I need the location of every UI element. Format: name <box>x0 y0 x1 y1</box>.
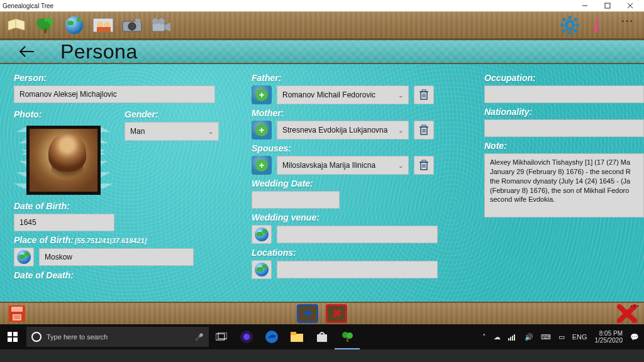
svg-point-15 <box>128 23 136 30</box>
add-record-button[interactable]: ✚ <box>297 304 318 323</box>
locations-field[interactable] <box>277 261 438 278</box>
wedding-date-label: Wedding Date: <box>252 178 459 189</box>
taskbar-app-firefox[interactable] <box>234 324 259 349</box>
start-button[interactable] <box>0 324 25 349</box>
svg-line-28 <box>574 18 577 21</box>
svg-point-68 <box>347 332 353 339</box>
settings-icon[interactable] <box>557 14 582 36</box>
gender-value: Man <box>130 127 145 136</box>
footer-more-icon[interactable]: ··· <box>630 302 640 310</box>
svg-point-18 <box>152 18 158 25</box>
tree-icon[interactable] <box>33 14 58 36</box>
svg-rect-52 <box>13 314 21 321</box>
note-label: Note: <box>484 141 644 151</box>
task-view-icon[interactable] <box>209 324 234 349</box>
svg-point-62 <box>243 334 250 340</box>
svg-rect-69 <box>347 338 348 342</box>
mic-icon[interactable]: 🎤 <box>195 333 204 341</box>
note-field[interactable]: Alexey Mikhailovich Tishayshy [1] (17 (2… <box>484 153 644 217</box>
photo-label: Photo: <box>14 109 113 119</box>
tray-chevron-icon[interactable]: ˄ <box>482 333 486 341</box>
gender-label: Gender: <box>125 109 228 119</box>
father-select[interactable]: Romanov Michail Fedorovic ⌄ <box>277 85 409 104</box>
tray-date: 1/25/2020 <box>595 337 623 344</box>
pob-label: Place of Birth:[55.751241|37.618421] <box>14 235 228 245</box>
locations-map-button[interactable] <box>252 260 272 279</box>
taskbar-app-edge[interactable] <box>259 324 284 349</box>
book-icon[interactable] <box>4 14 29 36</box>
window-titlebar: Genealogical Tree <box>0 0 644 11</box>
people-icon[interactable] <box>91 14 116 36</box>
mother-label: Mother: <box>252 108 459 118</box>
wedding-venue-field[interactable] <box>277 226 438 243</box>
add-father-button[interactable]: + <box>252 85 272 104</box>
svg-rect-73 <box>514 334 515 341</box>
taskbar-app-explorer[interactable] <box>284 324 309 349</box>
tray-keyboard-icon[interactable]: ⌨ <box>541 333 551 341</box>
wedding-venue-map-button[interactable] <box>252 225 272 244</box>
occupation-field[interactable] <box>484 85 644 103</box>
mother-value: Stresneva Evdokija Lukjanovna <box>282 126 387 134</box>
maximize-button[interactable] <box>596 3 619 9</box>
person-field[interactable]: Romanov Aleksej Michajlovic <box>14 85 215 103</box>
search-placeholder: Type here to search <box>47 333 108 341</box>
delete-record-button[interactable]: ✖ <box>326 304 347 323</box>
father-value: Romanov Michail Fedorovic <box>282 90 375 99</box>
tray-notifications-icon[interactable]: 💬 <box>630 333 639 341</box>
gender-select[interactable]: Man ⌄ <box>125 122 219 141</box>
camera-icon[interactable] <box>119 14 145 36</box>
svg-line-27 <box>574 30 577 32</box>
svg-rect-58 <box>13 337 18 342</box>
video-icon[interactable] <box>148 14 174 36</box>
add-mother-button[interactable]: + <box>252 121 272 140</box>
toolbar-more-icon[interactable]: ··· <box>615 14 640 36</box>
nationality-field[interactable] <box>484 119 644 137</box>
svg-marker-20 <box>165 23 170 31</box>
svg-rect-71 <box>510 337 511 341</box>
taskbar-search[interactable]: Type here to search 🎤 <box>26 327 209 347</box>
chevron-down-icon: ⌄ <box>398 127 403 134</box>
spouse-select[interactable]: Miloslavskaja Marija Ilinicna ⌄ <box>277 156 409 175</box>
minimize-button[interactable] <box>574 3 596 9</box>
page-header: Persona <box>0 39 644 64</box>
system-tray: ˄ ☁ 🔊 ⌨ ▭ ENG 8:05 PM 1/25/2020 💬 <box>482 330 644 344</box>
delete-spouse-button[interactable] <box>414 156 434 175</box>
main-toolbar: i ··· <box>0 11 644 39</box>
person-photo[interactable] <box>26 126 101 195</box>
info-icon[interactable]: i <box>586 14 611 36</box>
close-button[interactable] <box>619 3 641 9</box>
windows-taskbar: Type here to search 🎤 ˄ ☁ 🔊 ⌨ ▭ ENG 8:05… <box>0 324 644 349</box>
footer-toolbar: ✚ ✖ ··· <box>0 302 644 324</box>
chevron-down-icon: ⌄ <box>208 128 213 135</box>
svg-rect-16 <box>135 19 140 22</box>
pob-map-button[interactable] <box>14 248 34 266</box>
delete-father-button[interactable] <box>414 85 434 104</box>
pob-field[interactable]: Moskow <box>39 248 194 266</box>
svg-rect-43 <box>422 125 426 127</box>
spouses-label: Spouses: <box>252 143 459 153</box>
globe-icon[interactable] <box>62 14 87 36</box>
svg-point-19 <box>158 18 165 25</box>
tray-network-icon[interactable] <box>508 333 517 341</box>
back-button[interactable] <box>18 45 35 58</box>
taskbar-app-genealogy[interactable] <box>335 324 360 349</box>
svg-point-21 <box>566 21 574 29</box>
photo-decoration-left <box>14 127 26 190</box>
svg-rect-57 <box>8 337 12 342</box>
add-spouse-button[interactable]: + <box>252 156 272 175</box>
wedding-date-field[interactable] <box>252 191 340 209</box>
svg-rect-56 <box>13 332 18 336</box>
tray-time: 8:05 PM <box>595 330 623 337</box>
taskbar-app-store[interactable] <box>309 324 335 349</box>
delete-mother-button[interactable] <box>414 121 434 140</box>
tray-cloud-icon[interactable]: ☁ <box>494 333 501 341</box>
tray-volume-icon[interactable]: 🔊 <box>525 333 533 341</box>
tray-battery-icon[interactable]: ▭ <box>558 333 565 341</box>
dob-field[interactable]: 1645 <box>14 214 114 231</box>
tray-clock[interactable]: 8:05 PM 1/25/2020 <box>595 330 623 344</box>
mother-select[interactable]: Stresneva Evdokija Lukjanovna ⌄ <box>277 121 409 140</box>
save-button[interactable] <box>6 304 28 323</box>
tray-lang[interactable]: ENG <box>572 333 587 341</box>
svg-text:i: i <box>594 14 599 36</box>
svg-rect-13 <box>97 27 111 32</box>
